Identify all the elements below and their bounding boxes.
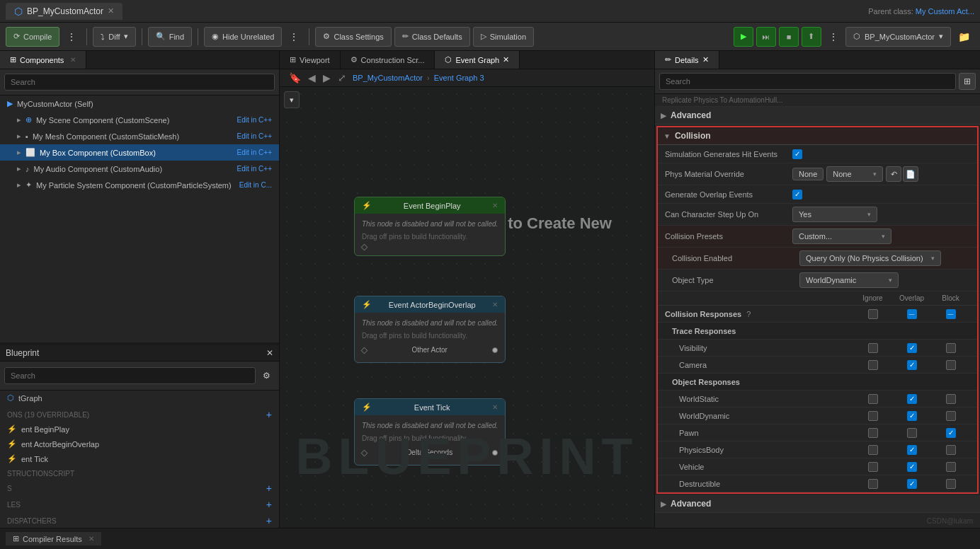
worlddynamic-ignore-cb[interactable] <box>868 411 878 421</box>
phys-material-open-btn[interactable]: 📄 <box>903 166 918 182</box>
simulation-button[interactable]: ▷ Simulation <box>473 27 534 47</box>
phys-material-dropdown[interactable]: None ▾ <box>826 166 883 182</box>
play-button[interactable]: ▶ <box>734 27 753 47</box>
stop-button[interactable]: ■ <box>779 27 799 47</box>
class-settings-button[interactable]: ⚙ Class Settings <box>315 27 391 47</box>
worldstatic-block-cb[interactable] <box>946 394 956 404</box>
bp-item-beginplay[interactable]: ⚡ ent BeginPlay <box>0 422 279 437</box>
collision-presets-dropdown[interactable]: Custom... ▾ <box>792 229 891 244</box>
tab-eventgraph[interactable]: ⬡ Event Graph ✕ <box>435 51 520 69</box>
close-bp-panel-icon[interactable]: ✕ <box>266 348 273 358</box>
comp-item-self[interactable]: ▶ MyCustomActor (Self) <box>0 96 279 112</box>
worlddynamic-overlap-cb[interactable] <box>907 411 917 421</box>
camera-overlap-cb[interactable] <box>907 360 917 370</box>
tab-details[interactable]: ✏ Details ✕ <box>655 51 719 69</box>
advanced-section-header[interactable]: ▶ Advanced <box>655 107 980 125</box>
comp-item-scene[interactable]: ▸ ⊕ My Scene Component (CustomScene) Edi… <box>0 112 279 128</box>
close-overlap-node-icon[interactable]: ✕ <box>492 301 498 308</box>
destructible-overlap-cb[interactable] <box>907 479 917 489</box>
class-defaults-button[interactable]: ✏ Class Defaults <box>394 27 470 47</box>
hide-unrelated-button[interactable]: ◉ Hide Unrelated <box>204 27 282 47</box>
add-event-button[interactable]: + <box>266 409 272 420</box>
close-components-tab-icon[interactable]: ✕ <box>70 56 76 64</box>
nav-bookmark-icon[interactable]: 🔖 <box>287 72 303 83</box>
vehicle-ignore-cb[interactable] <box>868 462 878 472</box>
browse-asset-icon[interactable]: 📁 <box>954 27 974 47</box>
component-search-input[interactable] <box>4 74 275 91</box>
pawn-overlap-cb[interactable] <box>907 428 917 438</box>
bp-search-settings-icon[interactable]: ⚙ <box>258 366 275 386</box>
node-begin-play[interactable]: ⚡ Event BeginPlay ✕ This node is disable… <box>354 197 506 256</box>
advanced-bottom-section-header[interactable]: ▶ Advanced <box>655 495 980 513</box>
worlddynamic-block-cb[interactable] <box>946 411 956 421</box>
tab-viewport[interactable]: ⊞ Viewport <box>280 51 341 69</box>
pawn-block-cb[interactable] <box>946 428 956 438</box>
close-beginplay-node-icon[interactable]: ✕ <box>492 202 498 209</box>
title-tab[interactable]: ⬡ BP_MyCustomActor ✕ <box>6 3 122 20</box>
comp-item-particle[interactable]: ▸ ✦ My Particle System Component (Custom… <box>0 177 279 193</box>
nav-back-icon[interactable]: ◀ <box>306 72 318 83</box>
phys-material-browse-btn[interactable]: ↶ <box>886 166 901 182</box>
pawn-ignore-cb[interactable] <box>868 428 878 438</box>
find-button[interactable]: 🔍 Find <box>148 27 192 47</box>
physicsbody-overlap-cb[interactable] <box>907 445 917 455</box>
responses-block-cb[interactable] <box>946 309 956 319</box>
physicsbody-ignore-cb[interactable] <box>868 445 878 455</box>
destructible-block-cb[interactable] <box>946 479 956 489</box>
play-options-icon[interactable]: ⋮ <box>824 27 843 47</box>
compiler-results-tab[interactable]: ⊞ Compiler Results ✕ <box>6 532 101 545</box>
collision-enabled-dropdown[interactable]: Query Only (No Physics Collision) ▾ <box>799 250 941 266</box>
diff-button[interactable]: ⤵ Diff ▾ <box>93 27 135 47</box>
tab-construction[interactable]: ⚙ Construction Scr... <box>341 51 435 69</box>
edit-scene-btn[interactable]: Edit in C++ <box>237 116 272 124</box>
add-variable-button[interactable]: + <box>266 482 272 494</box>
parent-class-link[interactable]: My Custom Act... <box>916 7 974 16</box>
worldstatic-overlap-cb[interactable] <box>907 394 917 404</box>
vehicle-overlap-cb[interactable] <box>907 462 917 472</box>
camera-block-cb[interactable] <box>946 360 956 370</box>
close-title-tab-icon[interactable]: ✕ <box>108 6 114 16</box>
responses-ignore-cb[interactable] <box>868 309 878 319</box>
hide-unrelated-options-icon[interactable]: ⋮ <box>285 27 303 47</box>
comp-item-audio[interactable]: ▸ ♪ My Audio Component (CustomAudio) Edi… <box>0 161 279 177</box>
generate-overlap-checkbox[interactable] <box>792 190 802 200</box>
bp-item-eventgraph[interactable]: ⬡ tGraph <box>0 391 279 405</box>
bp-item-overlap[interactable]: ⚡ ent ActorBeginOverlap <box>0 437 279 451</box>
visibility-block-cb[interactable] <box>946 343 956 353</box>
add-function-button[interactable]: + <box>266 499 272 510</box>
comp-item-box[interactable]: ▸ ⬜ My Box Component (CustomBox) Edit in… <box>0 144 279 161</box>
node-actor-begin-overlap[interactable]: ⚡ Event ActorBeginOverlap ✕ This node is… <box>354 296 506 363</box>
edit-audio-btn[interactable]: Edit in C++ <box>237 165 272 173</box>
asset-dropdown[interactable]: ⬡ BP_MyCustomActor ▾ <box>845 27 951 47</box>
graph-area[interactable]: ▾ Right-Click to Create New Nodes. ⚡ Eve… <box>280 87 654 528</box>
compile-options-icon[interactable]: ⋮ <box>62 27 81 47</box>
details-search-input[interactable] <box>659 73 956 90</box>
visibility-ignore-cb[interactable] <box>868 343 878 353</box>
close-details-tab-icon[interactable]: ✕ <box>702 55 709 64</box>
breadcrumb-graph[interactable]: Event Graph 3 <box>434 74 484 82</box>
worldstatic-ignore-cb[interactable] <box>868 394 878 404</box>
edit-mesh-btn[interactable]: Edit in C++ <box>237 132 272 140</box>
cr-help-icon[interactable]: ? <box>746 310 751 318</box>
pause-button[interactable]: ⬆ <box>802 27 821 47</box>
responses-overlap-cb[interactable] <box>907 309 917 319</box>
nav-forward-icon[interactable]: ▶ <box>321 72 333 83</box>
comp-item-mesh[interactable]: ▸ ▪ My Mesh Component (CustomStaticMesh)… <box>0 128 279 144</box>
camera-ignore-cb[interactable] <box>868 360 878 370</box>
breadcrumb-actor[interactable]: BP_MyCustomActor <box>353 74 423 82</box>
can-step-dropdown[interactable]: Yes ▾ <box>792 207 877 222</box>
close-compiler-results-icon[interactable]: ✕ <box>89 535 94 543</box>
nav-expand-icon[interactable]: ⤢ <box>336 72 348 83</box>
edit-box-btn[interactable]: Edit in C++ <box>237 149 272 156</box>
vehicle-block-cb[interactable] <box>946 462 956 472</box>
bp-item-tick[interactable]: ⚡ ent Tick <box>0 451 279 466</box>
node-event-tick[interactable]: ⚡ Event Tick ✕ This node is disabled and… <box>354 398 506 466</box>
graph-view-options-btn[interactable]: ▾ <box>284 91 300 108</box>
edit-particle-btn[interactable]: Edit in C... <box>239 181 272 189</box>
details-filter-btn[interactable]: ⊞ <box>959 73 976 90</box>
step-button[interactable]: ⏭ <box>756 27 776 47</box>
close-eventgraph-tab-icon[interactable]: ✕ <box>503 55 509 64</box>
close-tick-node-icon[interactable]: ✕ <box>492 403 498 411</box>
add-dispatcher-button[interactable]: + <box>266 515 272 526</box>
object-type-dropdown[interactable]: WorldDynamic ▾ <box>799 272 899 288</box>
